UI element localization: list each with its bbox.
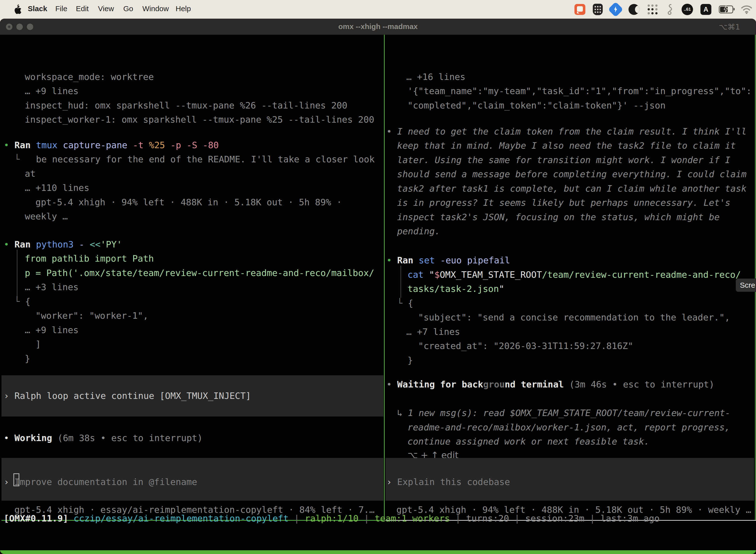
thinking-line: should send a message before completing …	[397, 167, 747, 181]
tmux-session-name[interactable]: [omx-cczip0:bash*	[2, 551, 94, 554]
collapsed-lines-indicator: … +9 lines	[25, 84, 79, 98]
bullet-icon: •	[386, 255, 392, 265]
bullet-icon: •	[386, 379, 392, 389]
countdown-badge[interactable]: ..61	[682, 4, 693, 15]
window-shortcut: ⌥⌘1	[719, 22, 740, 31]
output-line: weekly …	[25, 209, 68, 223]
json-line: }	[407, 353, 413, 367]
thinking-line: I need to get the claim token from the c…	[397, 124, 747, 138]
thinking-line: pending.	[397, 224, 440, 238]
prompt-chevron-icon: ›	[386, 477, 392, 487]
ran-command-line: • Ran set -euo pipefail	[386, 253, 510, 267]
menu-item-edit[interactable]: Edit	[76, 4, 89, 13]
mailbox-message-line: ↳ 1 new msg(s): read $OMX_TEAM_STATE_ROO…	[397, 406, 731, 420]
thinking-line: inspect task2's JSON, focusing on the st…	[397, 210, 719, 224]
dots-grid-icon[interactable]	[647, 4, 658, 15]
json-line: "created_at": "2026-03-31T11:59:27.816Z"	[418, 339, 633, 353]
menu-item-window[interactable]: Window	[142, 4, 169, 13]
hook-app-icon[interactable]	[666, 3, 674, 15]
menu-item-go[interactable]: Go	[123, 4, 133, 13]
elbow-connector-icon: └	[14, 296, 25, 307]
window-title: omx --xhigh --madmax	[0, 22, 756, 31]
menu-item-file[interactable]: File	[55, 4, 67, 13]
menu-app-name[interactable]: Slack	[28, 4, 47, 13]
thinking-line: task2 after task1 is complete, but can I…	[397, 181, 747, 196]
waiting-status-line: • Waiting for background terminal (3m 46…	[386, 377, 714, 391]
collapsed-lines-indicator: … +3 lines	[25, 280, 79, 294]
prompt-placeholder: Improve documentation in @filename	[14, 475, 197, 489]
screen-tooltip: Scre	[736, 278, 756, 292]
code-line: p = Path('.omx/state/team/review-current…	[25, 266, 374, 280]
tmux-host-clock: "MacBook-Pro-44.local" 05:03 31-Mar-26	[549, 551, 754, 554]
battery-icon[interactable]	[719, 5, 733, 13]
output-line: at	[25, 167, 36, 181]
prompt-input-area[interactable]: › Improve documentation in @filename	[1, 458, 383, 501]
output-line: '{"team_name":"my-team","task_id":"1","f…	[407, 84, 752, 98]
input-source-a[interactable]: A	[700, 4, 711, 15]
ralph-loop-banner: › Ralph loop active continue [OMX_TMUX_I…	[1, 375, 383, 417]
title-bar: omx --xhigh --madmax ⌥⌘1	[0, 19, 756, 35]
bullet-icon: •	[4, 140, 9, 150]
tmux-status-bar: [omx-cczip0:bash* "MacBook-Pro-44.local"…	[0, 550, 756, 554]
menu-item-help[interactable]: Help	[176, 4, 191, 13]
code-line: from pathlib import Path	[25, 252, 154, 266]
collapsed-lines-indicator: … +110 lines	[25, 181, 89, 195]
collapsed-lines-indicator: … +7 lines	[406, 325, 460, 339]
thinking-line: keep that in mind. Maybe I also need the…	[397, 138, 736, 153]
thinking-line: is in progress? It seems likely but perh…	[397, 196, 731, 210]
eclipse-app-icon[interactable]	[629, 4, 639, 15]
pane-border-right-edge	[755, 35, 756, 521]
ran-command-line: • Ran python3 - <<'PY'	[4, 237, 122, 252]
bolt-app-icon[interactable]	[608, 2, 623, 17]
output-line: └ {	[397, 296, 413, 310]
pane-divider[interactable]	[384, 35, 385, 521]
bullet-icon: •	[4, 239, 9, 250]
output-line: └be necessary for the end of the README.…	[14, 152, 20, 166]
apple-logo-icon[interactable]	[13, 4, 22, 14]
json-line: "worker": "worker-1",	[36, 309, 148, 323]
json-line: }	[25, 351, 30, 366]
prompt-chevron-icon: ›	[4, 477, 9, 487]
prompt-input-area[interactable]: › Explain this codebase	[385, 458, 754, 501]
code-block-connector	[17, 250, 17, 297]
collapsed-lines-indicator: … +9 lines	[25, 323, 79, 337]
prompt-placeholder: Explain this codebase	[397, 475, 510, 489]
mailbox-message-line: continue assigned work or next feasible …	[407, 434, 649, 448]
bullet-icon: •	[4, 433, 9, 443]
code-line: tasks/task-2.json"	[407, 282, 504, 296]
thinking-bullet: •	[386, 124, 392, 138]
omx-session-status: [OMX#0.11.9] cczip/essay/ai-reimplementa…	[4, 511, 659, 525]
output-line: "completed","claim_token":"claim-token"}…	[407, 98, 666, 112]
keypad-shield-icon[interactable]	[593, 4, 603, 15]
reply-arrow-icon: ↳	[397, 408, 408, 418]
text-cursor	[13, 473, 19, 486]
screen-recording-icon[interactable]	[574, 4, 585, 15]
working-status-line: • Working (6m 38s • esc to interrupt)	[4, 431, 203, 445]
output-line: └ {	[14, 294, 30, 309]
output-line: gpt-5.4 xhigh · 94% left · 488K in · 5.1…	[36, 195, 342, 209]
output-line: inspect_hud: omx sparkshell --tmux-pane …	[25, 98, 347, 112]
output-line: inspect_worker-1: omx sparkshell --tmux-…	[25, 112, 374, 126]
code-line: cat "$OMX_TEAM_STATE_ROOT/team/review-cu…	[407, 268, 741, 282]
elbow-connector-icon: └	[397, 298, 408, 308]
terminal-window: omx --xhigh --madmax ⌥⌘1 workspace_mode:…	[0, 19, 756, 554]
code-block-connector	[400, 266, 401, 298]
json-line: "subject": "send a concise recommendatio…	[418, 310, 730, 324]
menu-bar: Slack File Edit View Go Window Help ..61…	[0, 0, 756, 19]
thinking-line: later. Using the same for transition mig…	[397, 153, 731, 167]
output-line: workspace_mode: worktree	[25, 70, 154, 84]
elbow-connector-icon: └	[14, 154, 20, 164]
ran-command-line: • Ran tmux capture-pane -t %25 -p -S -80	[4, 138, 219, 152]
wifi-icon[interactable]	[741, 4, 753, 14]
chevron-icon: ›	[4, 391, 9, 401]
json-line: ]	[36, 337, 41, 351]
terminal-content: workspace_mode: worktree … +9 lines insp…	[0, 35, 756, 554]
menu-item-view[interactable]: View	[98, 4, 114, 13]
mailbox-message-line: readme-and-reco/mailbox/worker-1.json, a…	[407, 420, 730, 434]
collapsed-lines-indicator: … +16 lines	[406, 70, 465, 84]
menu-status-icons: ..61 A	[574, 3, 753, 16]
